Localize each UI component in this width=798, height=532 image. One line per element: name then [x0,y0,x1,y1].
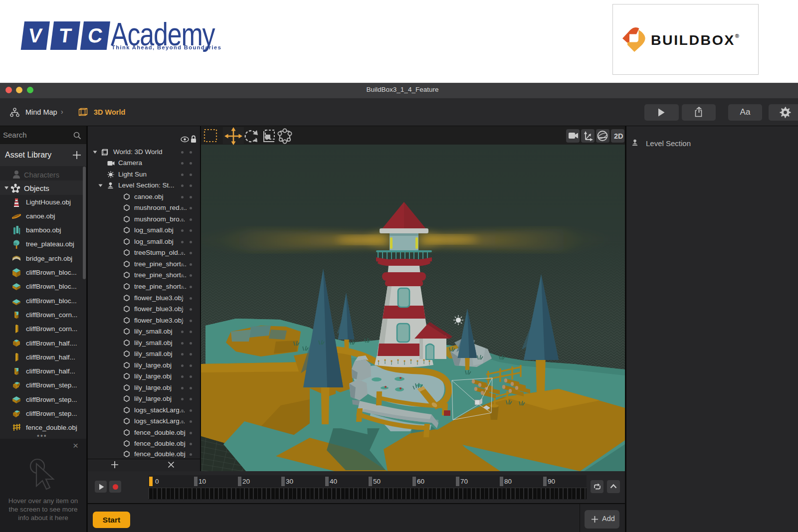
svg-text:2D: 2D [614,132,623,140]
